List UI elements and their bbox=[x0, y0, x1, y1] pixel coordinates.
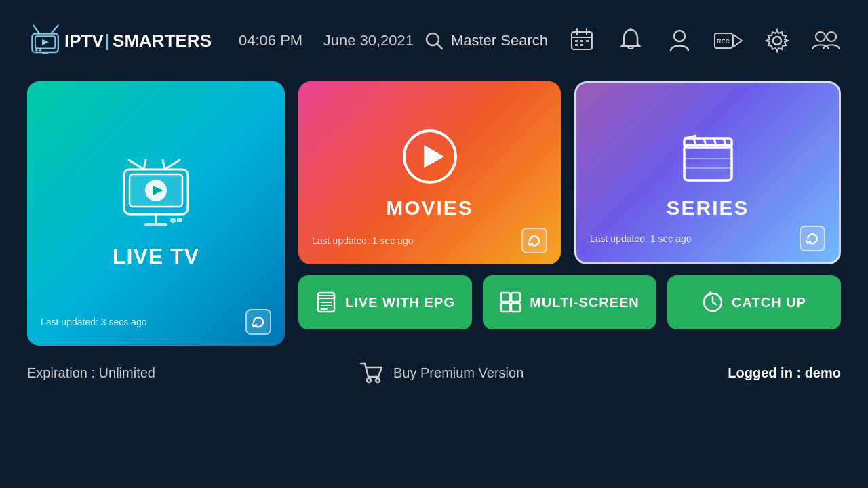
svg-rect-16 bbox=[586, 40, 589, 42]
svg-rect-17 bbox=[575, 44, 578, 46]
header-right: Master Search bbox=[424, 26, 841, 56]
svg-point-61 bbox=[367, 378, 371, 382]
logo-separator: | bbox=[105, 30, 110, 52]
logged-in-label: Logged in : bbox=[728, 365, 804, 380]
svg-line-44 bbox=[704, 138, 707, 148]
record-button[interactable]: REC bbox=[713, 26, 743, 56]
svg-point-20 bbox=[674, 30, 685, 41]
logo-tv-icon bbox=[27, 22, 64, 60]
buy-premium-label: Buy Premium Version bbox=[393, 365, 524, 381]
svg-rect-6 bbox=[39, 49, 41, 51]
svg-marker-40 bbox=[424, 145, 444, 168]
multi-screen-icon bbox=[500, 291, 521, 313]
svg-text:REC: REC bbox=[717, 38, 730, 45]
live-tv-card[interactable]: LIVE TV Last updated: 3 secs ago bbox=[27, 81, 285, 346]
svg-line-30 bbox=[163, 160, 165, 169]
movies-refresh-button[interactable] bbox=[521, 228, 547, 253]
epg-schedule-button[interactable] bbox=[567, 26, 597, 56]
svg-point-26 bbox=[827, 32, 836, 41]
svg-line-28 bbox=[144, 160, 146, 169]
switch-user-button[interactable] bbox=[811, 26, 841, 56]
footer: Expiration : Unlimited Buy Premium Versi… bbox=[0, 346, 868, 385]
multi-screen-label: MULTI-SCREEN bbox=[530, 295, 639, 310]
epg-schedule-icon bbox=[569, 28, 595, 54]
settings-button[interactable] bbox=[762, 26, 792, 56]
catch-up-label: CATCH UP bbox=[732, 295, 806, 310]
svg-rect-5 bbox=[35, 49, 38, 51]
live-with-epg-button[interactable]: LIVE WITH EPG bbox=[298, 275, 472, 329]
series-label: SERIES bbox=[666, 197, 749, 220]
svg-line-45 bbox=[714, 138, 717, 148]
svg-rect-7 bbox=[42, 52, 48, 54]
movies-refresh-icon bbox=[527, 233, 542, 248]
catch-up-button[interactable]: CATCH UP bbox=[667, 275, 841, 329]
svg-marker-22 bbox=[734, 35, 742, 47]
search-label: Master Search bbox=[451, 32, 548, 49]
expiration-info: Expiration : Unlimited bbox=[27, 365, 155, 381]
svg-line-46 bbox=[724, 138, 726, 148]
search-button[interactable]: Master Search bbox=[424, 30, 548, 51]
series-footer: Last updated: 1 sec ago bbox=[590, 226, 825, 251]
multi-screen-button[interactable]: MULTI-SCREEN bbox=[483, 275, 656, 329]
right-column: MOVIES Last updated: 1 sec ago bbox=[298, 81, 841, 329]
svg-line-0 bbox=[33, 25, 39, 33]
profile-button[interactable] bbox=[665, 26, 694, 56]
svg-rect-57 bbox=[511, 293, 520, 302]
svg-line-43 bbox=[694, 138, 696, 148]
svg-rect-18 bbox=[580, 44, 583, 46]
notification-button[interactable] bbox=[616, 26, 646, 56]
logged-in-info: Logged in : demo bbox=[728, 365, 841, 381]
logo-smarters: SMARTERS bbox=[113, 30, 212, 52]
svg-rect-15 bbox=[580, 40, 583, 42]
logo-iptv: IPTV bbox=[64, 30, 104, 52]
svg-point-25 bbox=[816, 32, 825, 41]
username: demo bbox=[805, 365, 841, 380]
bottom-buttons: LIVE WITH EPG MULTI-SCREEN bbox=[298, 275, 841, 329]
datetime: 04:06 PM June 30,2021 bbox=[239, 32, 414, 49]
svg-rect-56 bbox=[501, 293, 510, 302]
profile-icon bbox=[668, 28, 691, 54]
svg-rect-59 bbox=[511, 303, 520, 312]
svg-point-35 bbox=[170, 218, 176, 223]
live-tv-icon bbox=[112, 159, 200, 233]
buy-premium-button[interactable]: Buy Premium Version bbox=[359, 361, 524, 385]
epg-book-icon bbox=[315, 291, 337, 313]
catch-up-icon bbox=[702, 291, 724, 313]
svg-marker-4 bbox=[42, 39, 49, 45]
bell-icon bbox=[619, 28, 642, 54]
logo-text: IPTV | SMARTERS bbox=[64, 30, 212, 52]
live-with-epg-label: LIVE WITH EPG bbox=[345, 295, 455, 310]
svg-rect-38 bbox=[144, 223, 167, 226]
main-content: LIVE TV Last updated: 3 secs ago bbox=[0, 81, 868, 346]
series-refresh-button[interactable] bbox=[800, 226, 825, 251]
live-tv-label: LIVE TV bbox=[113, 244, 199, 269]
movies-label: MOVIES bbox=[386, 197, 473, 220]
live-tv-refresh-button[interactable] bbox=[245, 309, 271, 335]
gear-icon bbox=[764, 28, 790, 54]
series-refresh-icon bbox=[805, 231, 820, 246]
header: IPTV | SMARTERS 04:06 PM June 30,2021 Ma… bbox=[0, 0, 868, 81]
svg-rect-41 bbox=[684, 145, 732, 180]
live-tv-footer: Last updated: 3 secs ago bbox=[41, 309, 271, 335]
series-clapboard-icon bbox=[677, 126, 738, 187]
movies-footer: Last updated: 1 sec ago bbox=[312, 228, 547, 253]
refresh-icon bbox=[251, 314, 266, 329]
svg-line-27 bbox=[129, 160, 144, 169]
movies-card[interactable]: MOVIES Last updated: 1 sec ago bbox=[298, 81, 561, 264]
series-card[interactable]: SERIES Last updated: 1 sec ago bbox=[574, 81, 841, 264]
movies-updated: Last updated: 1 sec ago bbox=[312, 235, 413, 246]
time: 04:06 PM bbox=[239, 32, 302, 49]
cards-row: LIVE TV Last updated: 3 secs ago bbox=[27, 81, 841, 346]
date: June 30,2021 bbox=[323, 32, 414, 49]
cart-icon bbox=[359, 361, 384, 385]
search-icon bbox=[424, 30, 444, 51]
top-cards: MOVIES Last updated: 1 sec ago bbox=[298, 81, 841, 264]
logo: IPTV | SMARTERS bbox=[27, 22, 212, 60]
series-updated: Last updated: 1 sec ago bbox=[590, 233, 691, 244]
svg-point-24 bbox=[773, 37, 781, 45]
svg-rect-14 bbox=[575, 40, 578, 42]
svg-line-9 bbox=[437, 44, 442, 49]
switch-user-icon bbox=[811, 28, 841, 54]
svg-rect-36 bbox=[177, 218, 182, 222]
record-icon: REC bbox=[713, 28, 743, 54]
